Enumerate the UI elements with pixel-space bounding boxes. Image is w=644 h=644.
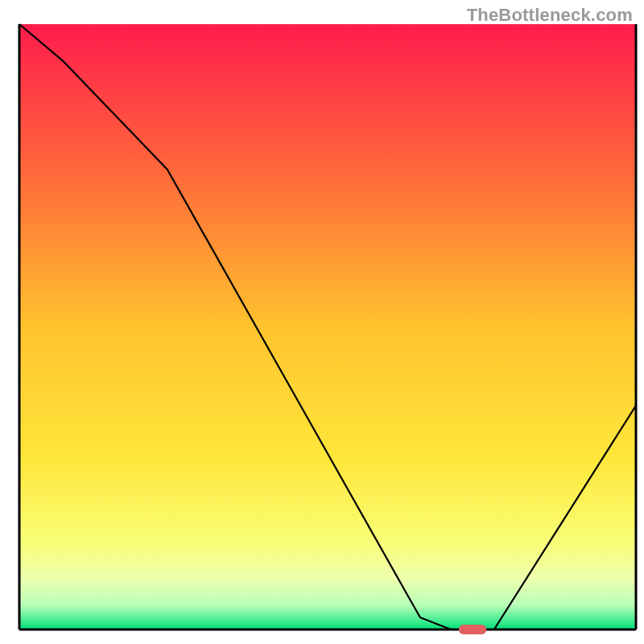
watermark-text: TheBottleneck.com [467, 5, 633, 26]
optimal-marker [459, 625, 487, 634]
chart-container: TheBottleneck.com [0, 0, 644, 644]
chart-background [19, 24, 636, 630]
bottleneck-chart [0, 0, 644, 644]
